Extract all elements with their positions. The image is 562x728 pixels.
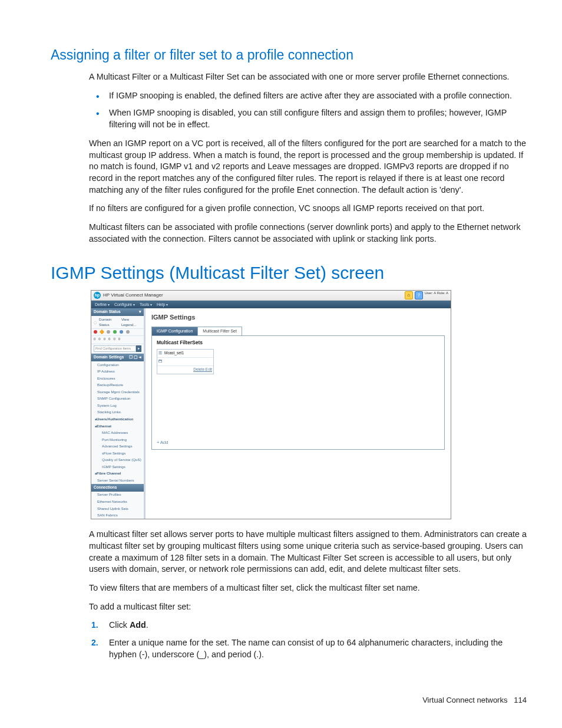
add-button[interactable]: + Add: [157, 440, 168, 446]
paragraph: To view filters that are members of a mu…: [89, 582, 527, 594]
app-screenshot: hp HP Virtual Connect Manager ⌂ ? User: …: [91, 290, 451, 520]
content-area: IGMP Settings IGMP Configuration Multica…: [146, 308, 451, 519]
count: 0: [104, 337, 105, 341]
step-item: Click Add.: [89, 620, 527, 631]
panel-controls-icon[interactable]: ☐ ▢ ◂: [129, 355, 141, 360]
sidebar-connections-header: Connections: [91, 484, 144, 492]
app-title: HP Virtual Connect Manager: [103, 292, 163, 298]
tab-pane: Multicast FilterSets ☰ Mcast_set1 🗔 Dele…: [151, 335, 445, 450]
sidebar-item[interactable]: Stacking Links: [91, 409, 144, 416]
filter-set-icon: ☰: [158, 351, 164, 356]
paragraph: A Multicast Filter or a Multicast Filter…: [89, 71, 527, 83]
paragraph: If no filters are configured for a given…: [89, 203, 527, 215]
filter-set-detail-icon: 🗔: [158, 359, 164, 364]
paragraph: A multicast filter set allows server por…: [89, 529, 527, 575]
paragraph: To add a multicast filter set:: [89, 601, 527, 613]
page-footer: Virtual Connect networks 114: [422, 696, 527, 704]
sidebar-item[interactable]: Shared Uplink Sets: [91, 505, 144, 512]
status-major-icon: [100, 330, 104, 334]
domain-status-link[interactable]: Domain Status: [99, 317, 119, 327]
sidebar-group[interactable]: Users/Authentication: [91, 416, 144, 423]
step-item: Enter a unique name for the set. The nam…: [89, 637, 527, 660]
bullet-list: If IGMP snooping is enabled, the defined…: [89, 90, 527, 131]
sidebar-item[interactable]: Backup/Restore: [91, 382, 144, 389]
sidebar-item[interactable]: Enclosures: [91, 375, 144, 382]
filter-set-name-link[interactable]: Mcast_set1: [164, 351, 184, 356]
status-info-icon: [126, 330, 130, 334]
menu-define[interactable]: Define: [95, 302, 110, 308]
home-icon[interactable]: ⌂: [405, 291, 413, 299]
sidebar-item[interactable]: Ethernet Networks: [91, 499, 144, 506]
sidebar: Domain Status▾ ◌ Domain Status View Lege…: [91, 308, 146, 519]
status-critical-icon: [94, 330, 97, 334]
content-title: IGMP Settings: [151, 313, 445, 322]
find-input[interactable]: Find Configuration Items: [94, 345, 136, 353]
sidebar-item[interactable]: Configuration: [91, 361, 144, 368]
sidebar-item[interactable]: Quality of Service (QoS): [91, 457, 144, 464]
user-badge: User: A Role: A: [425, 291, 448, 299]
sidebar-item[interactable]: Server Profiles: [91, 492, 144, 499]
view-legend-link[interactable]: View Legend...: [121, 317, 141, 327]
sidebar-group[interactable]: Fibre Channel: [91, 470, 144, 477]
sidebar-item[interactable]: SNMP Configuration: [91, 396, 144, 403]
status-dot-icon: ◌: [94, 320, 97, 325]
sidebar-item-igmp[interactable]: IGMP Settings: [91, 463, 144, 470]
sidebar-status-header: Domain Status▾: [91, 308, 144, 316]
menu-help[interactable]: Help: [157, 302, 168, 308]
count: 0: [94, 337, 95, 341]
count: 0: [113, 337, 115, 341]
status-ok-icon: [113, 330, 117, 334]
footer-section-name: Virtual Connect networks: [422, 696, 507, 704]
sidebar-item[interactable]: Advanced Settings: [91, 443, 144, 450]
filter-set-card: ☰ Mcast_set1 🗔 Delete Edit: [157, 349, 214, 374]
status-minor-icon: [107, 330, 110, 334]
footer-page-number: 114: [514, 696, 527, 704]
tab-igmp-configuration[interactable]: IGMP Configuration: [151, 327, 198, 336]
sidebar-item[interactable]: SAN Fabrics: [91, 512, 144, 519]
sidebar-item[interactable]: System Log: [91, 402, 144, 409]
sidebar-settings-header: Domain Settings ☐ ▢ ◂: [91, 354, 144, 361]
paragraph: Multicast filters can be associated with…: [89, 222, 527, 245]
section-heading: IGMP Settings (Multicast Filter Set) scr…: [51, 263, 527, 283]
app-menubar: Define Configure Tools Help: [91, 301, 451, 309]
menu-configure[interactable]: Configure: [114, 302, 135, 308]
filter-set-actions[interactable]: Delete Edit: [157, 366, 213, 374]
tab-multicast-filter-set[interactable]: Multicast Filter Set: [197, 327, 242, 336]
app-titlebar: hp HP Virtual Connect Manager ⌂ ? User: …: [91, 291, 451, 301]
count: 0: [108, 337, 110, 341]
help-icon[interactable]: ?: [415, 291, 423, 299]
find-go-button[interactable]: ▸: [136, 345, 141, 353]
sidebar-item[interactable]: MAC Addresses: [91, 430, 144, 437]
pane-title: Multicast FilterSets: [157, 340, 439, 347]
hp-logo-icon: hp: [94, 292, 101, 299]
count: 0: [98, 337, 100, 341]
ordered-steps: Click Add. Enter a unique name for the s…: [89, 620, 527, 660]
sidebar-item[interactable]: Server Serial Numbers: [91, 477, 144, 484]
subsection-heading: Assigning a filter or filter set to a pr…: [51, 47, 527, 63]
sidebar-item[interactable]: sFlow Settings: [91, 450, 144, 457]
status-unknown-icon: [120, 330, 123, 334]
sidebar-group[interactable]: Ethernet: [91, 423, 144, 430]
sidebar-item[interactable]: Storage Mgmt Credentials: [91, 388, 144, 396]
sidebar-item[interactable]: IP Address: [91, 368, 144, 375]
count: 0: [118, 337, 120, 341]
menu-tools[interactable]: Tools: [140, 302, 152, 308]
bullet-item: If IGMP snooping is enabled, the defined…: [89, 90, 527, 102]
paragraph: When an IGMP report on a VC port is rece…: [89, 138, 527, 196]
bullet-item: When IGMP snooping is disabled, you can …: [89, 107, 527, 130]
sidebar-item[interactable]: Port Monitoring: [91, 436, 144, 443]
